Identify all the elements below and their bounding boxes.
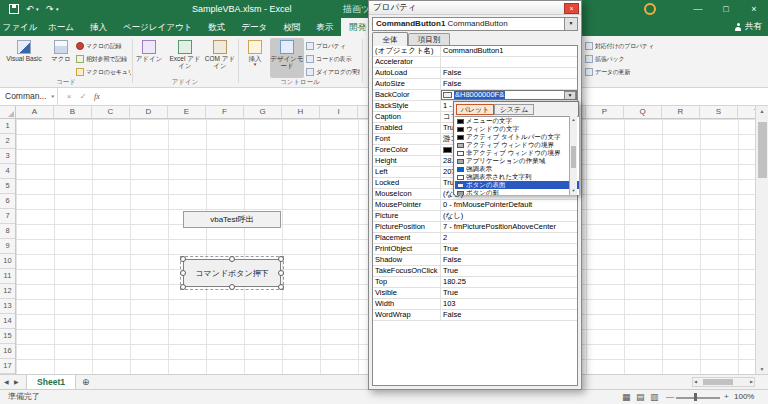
zoom-out-icon[interactable]: — <box>666 390 674 404</box>
row-header[interactable]: 10 <box>0 254 15 269</box>
scroll-down-icon[interactable]: ▼ <box>570 187 577 195</box>
ribbon-tab[interactable]: データ <box>233 18 275 36</box>
save-icon[interactable] <box>9 4 19 14</box>
selection-handle[interactable] <box>278 270 284 276</box>
property-row[interactable]: Picture (なし) <box>373 211 577 222</box>
row-header[interactable]: 8 <box>0 224 15 239</box>
close-button[interactable]: × <box>740 0 768 18</box>
com-addins-button[interactable]: COM アドイン <box>204 38 236 78</box>
ribbon-tab[interactable]: 表示 <box>308 18 341 36</box>
ribbon-tab[interactable]: 校閲 <box>275 18 308 36</box>
undo-button[interactable]: ↶ <box>26 0 34 18</box>
zoom-slider-thumb[interactable] <box>694 393 697 401</box>
relative-references-button[interactable]: 相対参照で記録 <box>76 53 131 65</box>
ribbon-tab[interactable]: 挿入 <box>82 18 115 36</box>
row-header[interactable]: 7 <box>0 209 15 224</box>
redo-dropdown-icon[interactable]: ▾ <box>56 0 59 18</box>
name-box-dropdown-icon[interactable]: ▾ <box>51 88 54 105</box>
expansion-packs-button[interactable]: 拡張パック <box>585 53 660 65</box>
properties-close-button[interactable]: × <box>564 3 579 14</box>
property-row[interactable]: AutoSize False <box>373 79 577 90</box>
ribbon-tab[interactable]: ホーム <box>40 18 82 36</box>
sheet-nav-next-icon[interactable]: ▶ <box>14 375 19 389</box>
selection-handle[interactable] <box>180 256 186 262</box>
system-color-item[interactable]: 強調表示された文字列 <box>455 173 579 181</box>
palette-tab[interactable]: パレット <box>456 104 494 115</box>
selection-handle[interactable] <box>229 256 235 262</box>
properties-tab-alphabetic[interactable]: 全体 <box>372 32 408 46</box>
confirm-entry-button[interactable]: ✓ <box>76 88 90 106</box>
row-header[interactable]: 9 <box>0 239 15 254</box>
color-list-scroll-thumb[interactable] <box>571 146 576 168</box>
vertical-scrollbar[interactable]: ▲ ▼ <box>755 106 768 374</box>
property-row[interactable]: TakeFocusOnClick True <box>373 266 577 277</box>
name-box[interactable]: Comman... ▾ <box>0 88 58 106</box>
selection-handle[interactable] <box>278 284 284 290</box>
property-row[interactable]: Top 180.25 <box>373 277 577 288</box>
system-color-item[interactable]: アクティブ タイトルバーの文字 <box>455 133 579 141</box>
property-row[interactable]: BackColor &H8000000F& ▼ <box>373 90 577 101</box>
property-row[interactable]: Visible True <box>373 288 577 299</box>
column-header[interactable]: E <box>168 106 206 118</box>
ribbon-tab[interactable]: ページレイアウト <box>115 18 200 36</box>
system-color-item[interactable]: 強調表示 <box>455 165 579 173</box>
row-header[interactable]: 2 <box>0 134 15 149</box>
scroll-up-icon[interactable]: ▲ <box>570 116 577 124</box>
column-header[interactable]: T <box>738 106 755 118</box>
zoom-in-icon[interactable]: + <box>724 390 729 404</box>
column-header[interactable]: D <box>130 106 168 118</box>
scroll-right-icon[interactable]: ▶ <box>750 378 753 386</box>
selection-handle[interactable] <box>180 284 186 290</box>
column-header[interactable]: B <box>54 106 92 118</box>
insert-control-button[interactable]: 挿入 ▾ <box>242 38 268 78</box>
undo-dropdown-icon[interactable]: ▾ <box>36 0 39 18</box>
property-row[interactable]: MousePointer 0 - fmMousePointerDefault <box>373 200 577 211</box>
page-break-view-icon[interactable]: ▥ <box>650 390 659 404</box>
scroll-down-icon[interactable]: ▼ <box>756 364 768 374</box>
property-row[interactable]: AutoLoad False <box>373 68 577 79</box>
object-selector-dropdown-icon[interactable]: ▼ <box>564 18 577 30</box>
properties-window-titlebar[interactable]: プロパティ × <box>369 1 581 15</box>
user-avatar[interactable] <box>644 3 656 15</box>
row-header[interactable]: 11 <box>0 269 15 284</box>
column-header[interactable]: R <box>662 106 700 118</box>
system-color-item[interactable]: アプリケーションの作業域 <box>455 157 579 165</box>
property-row[interactable]: PrintObject True <box>373 244 577 255</box>
ribbon-tab[interactable]: 数式 <box>200 18 233 36</box>
row-header[interactable]: 12 <box>0 284 15 299</box>
system-tab[interactable]: システム <box>494 104 534 115</box>
column-header[interactable]: P <box>586 106 624 118</box>
column-header[interactable]: A <box>16 106 54 118</box>
row-header[interactable]: 5 <box>0 179 15 194</box>
sheet-tab-sheet1[interactable]: Sheet1 <box>26 375 76 389</box>
row-header[interactable]: 6 <box>0 194 15 209</box>
column-header[interactable]: G <box>244 106 282 118</box>
system-color-item[interactable]: ウィンドウの文字 <box>455 125 579 133</box>
cancel-entry-button[interactable]: × <box>62 88 76 106</box>
horizontal-scroll-thumb[interactable] <box>703 379 733 385</box>
row-header[interactable]: 16 <box>0 344 15 359</box>
addins-button[interactable]: アドイン <box>135 38 163 78</box>
view-code-button[interactable]: コードの表示 <box>306 53 360 65</box>
property-row[interactable]: WordWrap False <box>373 310 577 321</box>
horizontal-scrollbar[interactable]: ◀ ▶ <box>692 377 755 387</box>
property-row[interactable]: Accelerator <box>373 57 577 68</box>
refresh-data-button[interactable]: データの更新 <box>585 66 660 78</box>
zoom-slider-track[interactable] <box>676 397 720 399</box>
zoom-level[interactable]: 100% <box>734 390 754 404</box>
property-row[interactable]: (オブジェクト名) CommandButton1 <box>373 46 577 57</box>
property-row[interactable]: Shadow False <box>373 255 577 266</box>
selection-handle[interactable] <box>278 256 284 262</box>
select-all-corner[interactable] <box>0 106 16 119</box>
vbatest-form-button[interactable]: vbaTest呼出 <box>183 211 281 228</box>
system-color-item[interactable]: アクティブ ウィンドウの境界 <box>455 141 579 149</box>
excel-addins-button[interactable]: Excel アドイン <box>167 38 203 78</box>
redo-button[interactable]: ↷ <box>46 0 54 18</box>
row-header[interactable]: 1 <box>0 119 15 134</box>
row-header[interactable]: 14 <box>0 314 15 329</box>
scroll-up-icon[interactable]: ▲ <box>756 106 768 116</box>
object-selector[interactable]: CommandButton1 CommandButton ▼ <box>372 17 578 31</box>
add-sheet-icon[interactable]: ⊕ <box>82 375 90 389</box>
system-color-item[interactable]: ボタンの影 <box>455 189 579 195</box>
row-header[interactable]: 15 <box>0 329 15 344</box>
